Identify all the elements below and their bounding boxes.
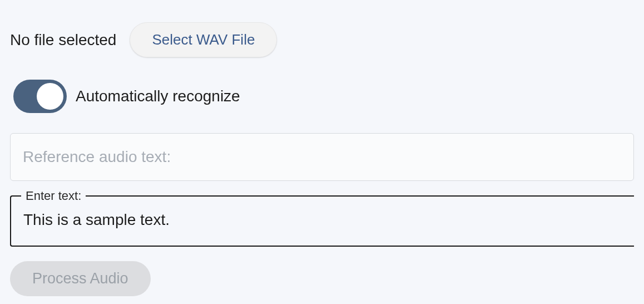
- enter-text-legend: Enter text:: [21, 189, 86, 203]
- auto-recognize-row: Automatically recognize: [10, 80, 634, 113]
- enter-text-fieldset: Enter text:: [10, 195, 634, 247]
- auto-recognize-label: Automatically recognize: [76, 87, 240, 105]
- enter-text-input[interactable]: [23, 209, 622, 231]
- toggle-knob: [37, 83, 63, 110]
- auto-recognize-toggle[interactable]: [13, 80, 67, 113]
- reference-audio-text-input[interactable]: [10, 133, 634, 181]
- select-wav-file-button[interactable]: Select WAV File: [130, 22, 277, 57]
- process-audio-button[interactable]: Process Audio: [10, 261, 151, 296]
- file-status-label: No file selected: [10, 31, 116, 49]
- file-select-row: No file selected Select WAV File: [10, 22, 634, 57]
